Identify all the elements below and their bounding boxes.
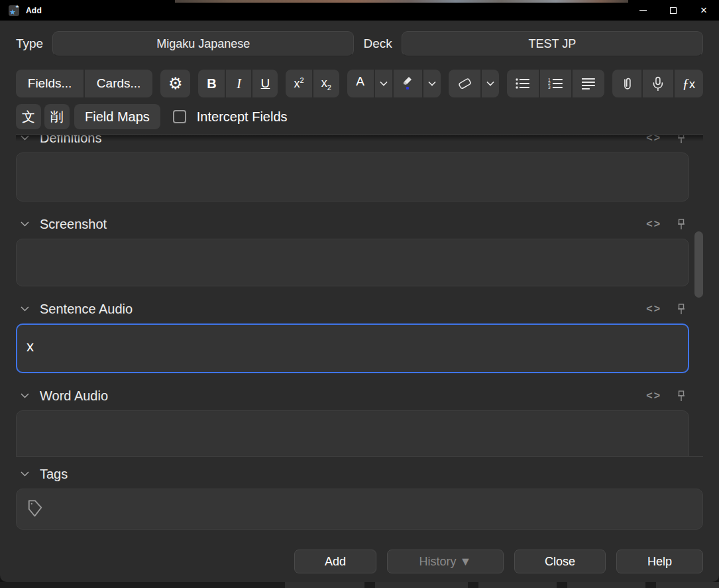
furigana-button[interactable]: 文 [16,104,41,129]
collapse-chevron-icon[interactable] [21,135,29,141]
field-label: Word Audio [40,388,108,404]
anki-star-icon: ★ [9,9,16,16]
field-header-definitions: Definitions <> [16,135,689,148]
history-button[interactable]: History ▼ [387,550,504,573]
collapse-chevron-icon[interactable] [21,306,29,312]
remove-formatting-button[interactable] [449,70,480,97]
cards-button[interactable]: Cards... [83,70,152,97]
html-editor-toggle[interactable]: <> [646,390,661,402]
bold-button[interactable]: B [198,70,225,97]
notetype-deck-row: Type Migaku Japanese Deck TEST JP [16,30,703,57]
fields-scroll-area[interactable]: Definitions <> Screenshot [16,135,703,457]
type-label: Type [16,36,43,51]
pin-icon [677,390,685,402]
intercept-fields-checkbox[interactable] [173,110,186,123]
italic-button[interactable]: I [225,70,251,97]
record-audio-button[interactable] [641,70,673,97]
settings-group: ⚙ [160,70,190,97]
close-dialog-button[interactable]: Close [514,550,606,573]
color-group: A [347,70,441,97]
pin-field-toggle[interactable] [677,390,685,402]
script-group: x2 x2 [286,70,339,97]
highlight-color-swatch [406,87,409,89]
taskbar-segment [567,582,645,588]
maximize-button[interactable] [658,0,689,21]
tags-input[interactable] [16,489,703,530]
highlight-color-button[interactable] [392,70,422,97]
help-button[interactable]: Help [616,550,703,573]
equations-button[interactable]: ƒx [673,70,703,97]
minimize-button[interactable] [628,0,658,21]
taskbar-segment [285,582,364,588]
strip-furigana-button[interactable]: 削 [44,104,70,129]
intercept-fields-label: Intercept Fields [197,109,288,125]
align-lines-icon [581,78,596,89]
field-text: x [17,325,688,369]
bullet-list-icon [515,78,531,89]
editor-toolbar: Fields... Cards... ⚙ B I U x2 x2 [16,70,703,97]
field-editor-sentence-audio[interactable]: x [16,323,689,373]
subscript-icon: x2 [321,76,331,91]
anki-star-small-icon: ★ [15,4,19,9]
tags-label: Tags [40,467,68,482]
attach-button[interactable] [612,70,641,97]
function-icon: ƒx [683,76,696,92]
media-group: ƒx [612,70,703,97]
notetype-select-button[interactable]: Migaku Japanese [52,31,354,56]
field-editor-definitions[interactable] [16,152,689,202]
fields-list: Definitions <> Screenshot [16,135,703,457]
collapse-chevron-icon[interactable] [21,471,29,477]
deck-label: Deck [363,36,392,51]
anki-app-icon: ★ ★ [9,5,19,16]
addon-toolbar: 文 削 Field Maps Intercept Fields [16,103,703,130]
field-header-sentence-audio: Sentence Audio <> [16,298,689,320]
text-color-icon: A [356,74,364,93]
superscript-icon: x2 [294,76,304,91]
gear-icon: ⚙ [168,74,183,93]
numbered-list-icon: 123 [548,78,564,89]
editor-settings-button[interactable]: ⚙ [160,70,190,97]
minimize-icon [639,10,647,11]
subscript-button[interactable]: x2 [312,70,339,97]
pin-field-toggle[interactable] [677,219,685,230]
text-color-button[interactable]: A [347,70,374,97]
field-editor-screenshot[interactable] [16,239,689,286]
deck-select-button[interactable]: TEST JP [402,31,703,56]
pin-field-toggle[interactable] [677,135,685,144]
vertical-scrollbar-thumb[interactable] [694,231,703,298]
maximize-icon [670,7,677,14]
fields-button[interactable]: Fields... [16,70,83,97]
taskbar-segment [656,582,719,588]
close-button[interactable]: ✕ [689,0,719,21]
field-editor-word-audio[interactable] [16,410,689,457]
highlighter-icon [401,74,414,94]
numbered-list-button[interactable]: 123 [539,70,572,97]
bullet-list-button[interactable] [507,70,539,97]
collapse-chevron-icon[interactable] [21,221,29,227]
titlebar: ★ ★ Add ✕ [0,0,719,21]
underline-button[interactable]: U [251,70,277,97]
highlight-color-dropdown-button[interactable] [422,70,441,97]
paperclip-icon [620,76,634,91]
chevron-down-icon [428,81,436,86]
indent-align-button[interactable] [571,70,604,97]
chevron-down-icon [486,81,494,86]
collapse-chevron-icon[interactable] [21,393,29,398]
html-editor-toggle[interactable]: <> [646,135,661,144]
field-label: Screenshot [40,217,107,232]
html-editor-toggle[interactable]: <> [646,303,661,315]
field-maps-button[interactable]: Field Maps [74,104,160,129]
superscript-button[interactable]: x2 [286,70,312,97]
window-title: Add [26,6,42,15]
add-button[interactable]: Add [294,550,376,573]
field-header-word-audio: Word Audio <> [16,385,689,406]
desktop-bottom-sliver [0,582,719,588]
html-editor-toggle[interactable]: <> [646,218,661,230]
remove-formatting-dropdown-button[interactable] [480,70,499,97]
text-color-dropdown-button[interactable] [374,70,392,97]
field-header-screenshot: Screenshot <> [16,213,689,235]
screen: ★ ★ Add ✕ Type Migaku Japanese Deck TEST… [0,0,719,588]
field-label: Sentence Audio [40,302,133,317]
pin-field-toggle[interactable] [677,304,685,315]
field-label: Definitions [40,135,101,146]
